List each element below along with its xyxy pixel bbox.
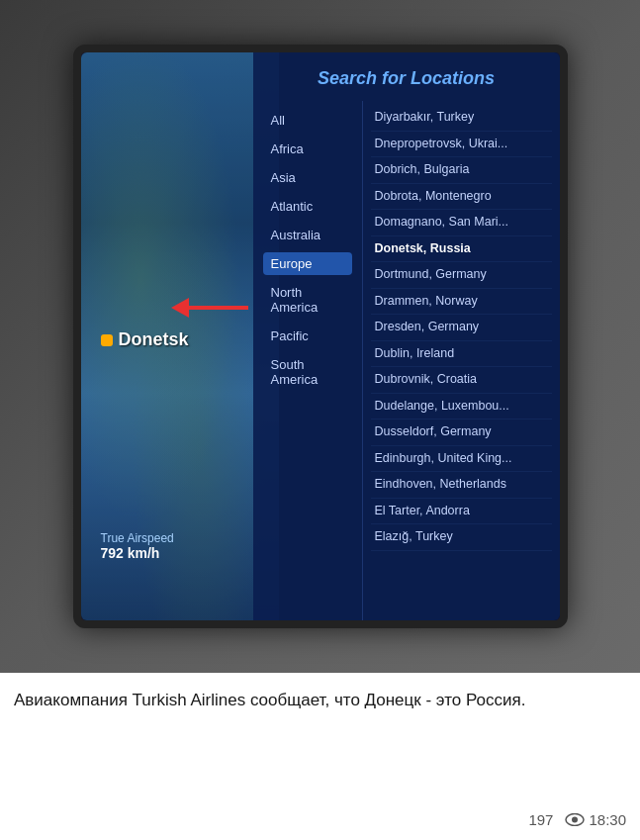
screen-inner: Donetsk True Airspeed 792 km/h Search fo… — [81, 52, 560, 620]
location-item[interactable]: Donetsk, Russia — [371, 236, 552, 263]
location-item[interactable]: Dnepropetrovsk, Ukrai... — [371, 132, 552, 158]
location-item[interactable]: Diyarbakır, Turkey — [371, 105, 552, 132]
location-item[interactable]: Dublin, Ireland — [371, 341, 552, 368]
donetsk-dot — [101, 334, 113, 346]
category-item-europe[interactable]: Europe — [263, 252, 352, 275]
category-item-australia[interactable]: Australia — [263, 224, 352, 246]
arrow-body — [189, 306, 248, 310]
page-container: Donetsk True Airspeed 792 km/h Search fo… — [0, 0, 640, 840]
location-item[interactable]: Elazığ, Turkey — [371, 524, 552, 551]
category-item-asia[interactable]: Asia — [263, 166, 352, 189]
location-item[interactable]: Drammen, Norway — [371, 289, 552, 316]
caption-meta: 197 18:30 — [14, 811, 626, 828]
search-title: Search for Locations — [253, 52, 560, 101]
svg-point-1 — [572, 817, 578, 823]
likes-count: 197 — [528, 811, 553, 828]
category-item-north-america[interactable]: North America — [263, 281, 352, 319]
location-item[interactable]: Dresden, Germany — [371, 315, 552, 341]
location-item[interactable]: Dudelange, Luxembou... — [371, 394, 552, 420]
location-item[interactable]: Dubrovnik, Croatia — [371, 367, 552, 394]
red-arrow — [171, 298, 248, 318]
category-item-all[interactable]: All — [263, 109, 352, 132]
airplane-screen: Donetsk True Airspeed 792 km/h Search fo… — [73, 45, 568, 628]
location-item[interactable]: Dobrich, Bulgaria — [371, 157, 552, 184]
photo-area: Donetsk True Airspeed 792 km/h Search fo… — [0, 0, 640, 673]
views-time: 18:30 — [589, 811, 626, 828]
speed-info: True Airspeed 792 km/h — [101, 531, 174, 561]
search-panel: Search for Locations AllAfricaAsiaAtlant… — [253, 52, 560, 620]
location-item[interactable]: Edinburgh, United King... — [371, 446, 552, 473]
location-item[interactable]: El Tarter, Andorra — [371, 499, 552, 525]
speed-label: True Airspeed — [101, 531, 174, 545]
location-item[interactable]: Dobrota, Montenegro — [371, 184, 552, 211]
location-item[interactable]: Domagnano, San Mari... — [371, 210, 552, 236]
speed-value: 792 km/h — [101, 545, 174, 561]
donetsk-city-name: Donetsk — [119, 329, 189, 350]
category-item-south-america[interactable]: South America — [263, 353, 352, 391]
locations-list: Diyarbakır, TurkeyDnepropetrovsk, Ukrai.… — [362, 101, 560, 620]
category-item-atlantic[interactable]: Atlantic — [263, 195, 352, 218]
location-item[interactable]: Eindhoven, Netherlands — [371, 472, 552, 499]
location-item[interactable]: Dortmund, Germany — [371, 262, 552, 289]
eye-icon — [565, 813, 585, 826]
category-item-africa[interactable]: Africa — [263, 138, 352, 160]
caption-area: Авиакомпания Turkish Airlines сообщает, … — [0, 673, 640, 840]
categories-list: AllAfricaAsiaAtlanticAustraliaEuropeNort… — [253, 101, 362, 620]
donetsk-map-label: Donetsk — [101, 329, 189, 350]
arrow-head — [171, 298, 189, 318]
category-item-pacific[interactable]: Pacific — [263, 325, 352, 347]
views-container: 18:30 — [565, 811, 626, 828]
location-item[interactable]: Dusseldorf, Germany — [371, 420, 552, 446]
search-content: AllAfricaAsiaAtlanticAustraliaEuropeNort… — [253, 101, 560, 620]
caption-text: Авиакомпания Turkish Airlines сообщает, … — [14, 689, 626, 712]
